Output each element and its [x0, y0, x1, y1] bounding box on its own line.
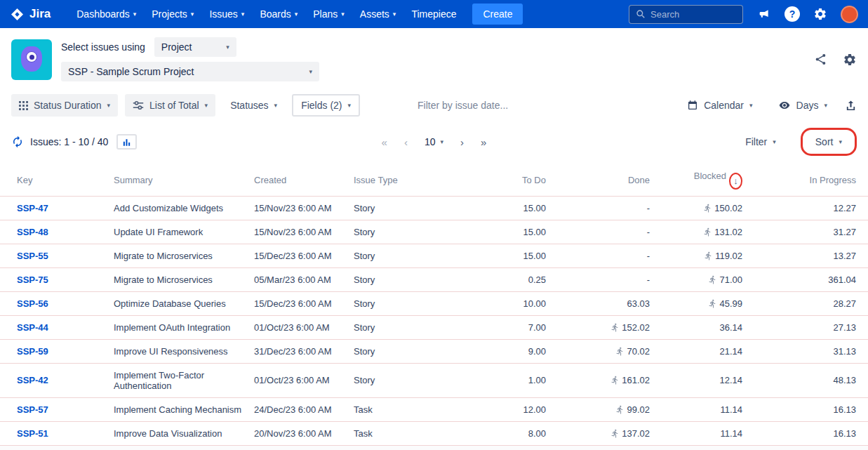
prev-page-button[interactable]: ‹ — [404, 136, 408, 148]
in-progress-cell: 12.27 — [748, 196, 868, 220]
issue-source-controls: Select issues using Project ▾ SSP - Samp… — [61, 37, 319, 81]
nav-item-label: Issues — [209, 8, 237, 20]
issue-key-link[interactable]: SSP-48 — [17, 227, 48, 237]
export-icon[interactable] — [845, 100, 857, 112]
column-header-created[interactable]: Created — [248, 164, 348, 196]
key-cell: SSP-42 — [0, 363, 108, 397]
days-unit-dropdown[interactable]: Days ▾ — [770, 94, 835, 117]
chevron-down-icon: ▾ — [824, 102, 827, 109]
key-cell: SSP-48 — [0, 220, 108, 244]
issue-key-link[interactable]: SSP-47 — [17, 203, 48, 213]
calendar-label: Calendar — [704, 100, 744, 111]
chart-view-button[interactable] — [116, 134, 137, 150]
in-progress-cell: 16.13 — [748, 421, 868, 445]
done-value: - — [647, 274, 650, 285]
issue-key-link[interactable]: SSP-56 — [17, 298, 48, 309]
nav-item-plans[interactable]: Plans▾ — [305, 4, 352, 25]
nav-item-projects[interactable]: Projects▾ — [144, 4, 201, 25]
navbar-search[interactable] — [629, 5, 743, 24]
issue-row: SSP-57Implement Caching Mechanism24/Dec/… — [0, 397, 868, 421]
create-button[interactable]: Create — [472, 4, 523, 25]
annotation-sort-direction-circle: ↓ — [729, 173, 742, 190]
chevron-down-icon: ▾ — [839, 139, 842, 145]
column-header-summary[interactable]: Summary — [108, 164, 248, 196]
created-cell: 15/Nov/23 6:00 AM — [248, 220, 348, 244]
next-page-button[interactable]: › — [460, 136, 464, 148]
issue-date-filter-input[interactable] — [418, 100, 530, 111]
project-dropdown[interactable]: SSP - Sample Scrum Project ▾ — [61, 62, 319, 81]
page-size-dropdown[interactable]: 10 ▾ — [425, 136, 443, 147]
report-settings-gear-icon[interactable] — [843, 53, 857, 67]
issue-source-mode-dropdown[interactable]: Project ▾ — [154, 37, 236, 57]
issue-type-cell: Task — [348, 421, 448, 445]
share-icon[interactable] — [814, 53, 827, 66]
key-cell: SSP-55 — [0, 244, 108, 267]
todo-cell: 15.00 — [448, 196, 552, 220]
issue-key-link[interactable]: SSP-55 — [17, 251, 48, 261]
issue-type-cell: Task — [348, 397, 448, 421]
issue-row: SSP-75Migrate to Microservices05/Mar/23 … — [0, 267, 868, 291]
issue-key-link[interactable]: SSP-75 — [17, 274, 48, 285]
column-header-issue-type[interactable]: Issue Type — [348, 164, 448, 196]
chevron-down-icon: ▾ — [348, 102, 352, 109]
refresh-button[interactable] — [11, 135, 24, 148]
chevron-down-icon: ▾ — [341, 11, 345, 18]
days-label: Days — [796, 100, 819, 111]
column-header-in-progress[interactable]: In Progress — [748, 164, 868, 196]
user-avatar[interactable] — [841, 6, 858, 23]
issue-key-link[interactable]: SSP-59 — [17, 346, 48, 357]
blocked-value: 11.14 — [720, 404, 742, 415]
issue-type-cell: Story — [348, 291, 448, 315]
sort-descending-icon[interactable]: ↓ — [733, 176, 738, 186]
settings-gear-icon[interactable] — [813, 7, 827, 21]
report-header: Select issues using Project ▾ SSP - Samp… — [0, 28, 868, 91]
column-header-todo[interactable]: To Do — [448, 164, 552, 196]
blocked-value: 21.14 — [719, 346, 742, 357]
help-icon[interactable]: ? — [784, 6, 800, 22]
issue-key-link[interactable]: SSP-42 — [17, 375, 48, 385]
first-page-button[interactable]: « — [382, 136, 387, 148]
status-duration-dropdown[interactable]: Status Duration ▾ — [11, 94, 118, 117]
top-navigation-bar: Jira Dashboards▾Projects▾Issues▾Boards▾P… — [0, 0, 868, 28]
nav-item-timepiece[interactable]: Timepiece — [403, 4, 464, 25]
select-issues-label: Select issues using — [61, 41, 145, 53]
filter-dropdown[interactable]: Filter ▾ — [737, 131, 784, 153]
last-page-button[interactable]: » — [481, 136, 486, 148]
statuses-dropdown[interactable]: Statuses ▾ — [222, 94, 285, 117]
sort-dropdown[interactable]: Sort ▾ — [808, 131, 850, 153]
column-header-key[interactable]: Key — [0, 164, 108, 196]
issue-key-link[interactable]: SSP-44 — [17, 322, 48, 333]
issue-key-link[interactable]: SSP-57 — [17, 404, 48, 415]
chevron-down-icon: ▾ — [295, 11, 298, 18]
running-status-icon — [704, 251, 713, 260]
nav-item-label: Dashboards — [76, 8, 130, 20]
search-input[interactable] — [650, 9, 728, 20]
nav-item-boards[interactable]: Boards▾ — [252, 4, 305, 25]
report-toolbar: Status Duration ▾ List of Total ▾ Status… — [0, 91, 868, 124]
done-cell: 70.02 — [552, 339, 655, 363]
created-cell: 15/Dec/23 6:00 AM — [248, 244, 348, 267]
announcements-megaphone-icon[interactable] — [757, 8, 771, 20]
list-of-total-dropdown[interactable]: List of Total ▾ — [125, 94, 215, 117]
pagination: « ‹ 10 ▾ › » — [382, 136, 487, 148]
column-header-blocked[interactable]: Blocked↓ — [655, 164, 748, 196]
done-cell: 161.02 — [552, 363, 655, 397]
todo-cell: 15.00 — [448, 220, 552, 244]
nav-item-issues[interactable]: Issues▾ — [201, 4, 252, 25]
column-header-done[interactable]: Done — [552, 164, 655, 196]
created-cell: 15/Dec/23 6:00 AM — [248, 291, 348, 315]
calendar-dropdown[interactable]: Calendar ▾ — [679, 94, 760, 117]
report-header-icons — [814, 53, 857, 67]
issues-table-container: Key Summary Created Issue Type To Do Don… — [0, 164, 868, 446]
todo-cell: 7.00 — [448, 315, 552, 339]
jira-logo[interactable]: Jira — [10, 7, 51, 22]
nav-item-assets[interactable]: Assets▾ — [352, 4, 404, 25]
key-cell: SSP-44 — [0, 315, 108, 339]
fields-dropdown[interactable]: Fields (2) ▾ — [292, 94, 360, 117]
in-progress-cell: 13.27 — [748, 244, 868, 267]
issue-key-link[interactable]: SSP-51 — [17, 428, 48, 439]
sliders-icon — [133, 100, 144, 110]
toolbar-right-group: Calendar ▾ Days ▾ — [679, 94, 857, 117]
statuses-label: Statuses — [230, 100, 268, 111]
nav-item-dashboards[interactable]: Dashboards▾ — [69, 4, 144, 25]
